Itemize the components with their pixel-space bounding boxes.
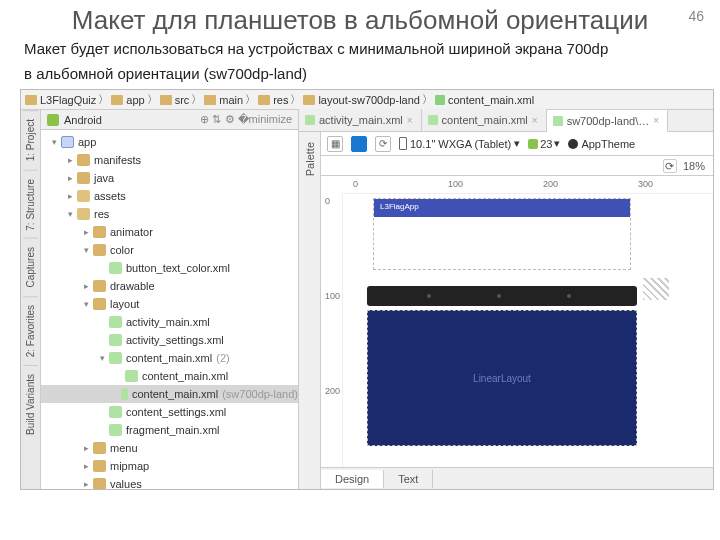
module-icon bbox=[61, 136, 74, 148]
breadcrumb-item[interactable]: layout-sw700dp-land bbox=[303, 94, 420, 106]
xml-icon bbox=[109, 406, 122, 418]
tree-node-label: button_text_color.xml bbox=[126, 262, 230, 274]
xml-icon bbox=[121, 388, 128, 400]
project-header-actions[interactable]: ⊕ ⇅ ⚙ �minimize bbox=[200, 113, 292, 126]
design-toolbar: ▦ ⟳ 10.1" WXGA (Tablet) ▾ 23 ▾ bbox=[321, 132, 713, 156]
tree-node-label: app bbox=[78, 136, 96, 148]
close-icon[interactable]: × bbox=[532, 115, 538, 126]
breadcrumb-item[interactable]: res bbox=[258, 94, 288, 106]
breadcrumb[interactable]: L3FlagQuiz〉app〉src〉main〉res〉layout-sw700… bbox=[21, 90, 713, 110]
tree-node-suffix: (sw700dp-land) bbox=[222, 388, 298, 400]
palette-pane[interactable]: Palette bbox=[299, 132, 321, 489]
folder-icon bbox=[93, 226, 106, 238]
close-icon[interactable]: × bbox=[407, 115, 413, 126]
tree-node[interactable]: ▸drawable bbox=[41, 277, 298, 295]
breadcrumb-item[interactable]: src bbox=[160, 94, 190, 106]
project-view-label: Android bbox=[64, 114, 102, 126]
device-label: 10.1" WXGA (Tablet) bbox=[410, 138, 511, 150]
editor-tab[interactable]: content_main.xml× bbox=[422, 109, 547, 131]
tree-node[interactable]: ▾content_main.xml(2) bbox=[41, 349, 298, 367]
tree-node[interactable]: ▸assets bbox=[41, 187, 298, 205]
tree-node[interactable]: content_main.xml(sw700dp-land) bbox=[41, 385, 298, 403]
tab-text[interactable]: Text bbox=[384, 470, 433, 488]
tree-twisty-icon[interactable]: ▸ bbox=[81, 461, 91, 471]
preview-linear-layout[interactable]: LinearLayout bbox=[367, 310, 637, 446]
resize-handle-icon[interactable] bbox=[643, 278, 669, 300]
tab-structure[interactable]: 7: Structure bbox=[23, 170, 38, 239]
preview-appbar-frame[interactable]: L3FlagApp bbox=[373, 198, 631, 270]
xml-icon bbox=[109, 262, 122, 274]
breadcrumb-item[interactable]: L3FlagQuiz bbox=[25, 94, 96, 106]
ruler-vertical: 0100200 bbox=[321, 194, 343, 467]
tab-favorites[interactable]: 2: Favorites bbox=[23, 296, 38, 365]
tree-twisty-icon[interactable]: ▸ bbox=[81, 281, 91, 291]
tree-node[interactable]: activity_main.xml bbox=[41, 313, 298, 331]
device-icon bbox=[399, 137, 407, 150]
tree-node[interactable]: ▾color bbox=[41, 241, 298, 259]
android-icon bbox=[47, 114, 59, 126]
tree-twisty-icon[interactable]: ▾ bbox=[97, 353, 107, 363]
tree-twisty-icon[interactable]: ▸ bbox=[81, 227, 91, 237]
breadcrumb-item[interactable]: app bbox=[111, 94, 144, 106]
tree-node[interactable]: ▸mipmap bbox=[41, 457, 298, 475]
tab-captures[interactable]: Captures bbox=[23, 238, 38, 296]
api-selector[interactable]: 23 ▾ bbox=[528, 137, 560, 150]
editor-tabs: activity_main.xml×content_main.xml×sw700… bbox=[299, 110, 713, 132]
tree-node[interactable]: ▸menu bbox=[41, 439, 298, 457]
folder-icon bbox=[25, 95, 37, 105]
preview-device-frame bbox=[367, 286, 637, 306]
palette-label: Palette bbox=[302, 132, 318, 186]
tree-node[interactable]: activity_settings.xml bbox=[41, 331, 298, 349]
blueprint-icon[interactable] bbox=[351, 136, 367, 152]
breadcrumb-item[interactable]: main bbox=[204, 94, 243, 106]
project-tree[interactable]: ▾app▸manifests▸java▸assets▾res▸animator▾… bbox=[41, 130, 298, 489]
tree-node[interactable]: fragment_main.xml bbox=[41, 421, 298, 439]
project-view-selector[interactable]: Android ⊕ ⇅ ⚙ �minimize bbox=[41, 110, 298, 130]
tree-twisty-icon[interactable]: ▸ bbox=[81, 443, 91, 453]
tab-project[interactable]: 1: Project bbox=[23, 110, 38, 169]
tab-build-variants[interactable]: Build Variants bbox=[23, 365, 38, 443]
tree-twisty-icon[interactable]: ▸ bbox=[81, 479, 91, 489]
tree-node[interactable]: ▸java bbox=[41, 169, 298, 187]
tree-node[interactable]: ▾res bbox=[41, 205, 298, 223]
tree-node[interactable]: ▸values bbox=[41, 475, 298, 489]
api-label: 23 bbox=[540, 138, 552, 150]
folder-res-icon bbox=[77, 190, 90, 202]
design-surface[interactable]: L3FlagApp LinearLayout bbox=[343, 194, 713, 467]
refresh-icon[interactable]: ⟳ bbox=[663, 159, 677, 173]
tree-twisty-icon[interactable]: ▾ bbox=[81, 299, 91, 309]
tree-node[interactable]: content_settings.xml bbox=[41, 403, 298, 421]
orientation-icon[interactable]: ⟳ bbox=[375, 136, 391, 152]
editor-tab[interactable]: sw700dp-land\…× bbox=[547, 110, 668, 132]
xml-icon bbox=[109, 352, 122, 364]
device-selector[interactable]: 10.1" WXGA (Tablet) ▾ bbox=[399, 137, 520, 150]
folder-icon bbox=[258, 95, 270, 105]
theme-selector[interactable]: AppTheme bbox=[568, 138, 635, 150]
tree-twisty-icon[interactable]: ▸ bbox=[65, 173, 75, 183]
xml-icon bbox=[109, 316, 122, 328]
theme-icon bbox=[568, 139, 578, 149]
tree-node[interactable]: content_main.xml bbox=[41, 367, 298, 385]
tree-node[interactable]: ▸animator bbox=[41, 223, 298, 241]
tree-twisty-icon[interactable]: ▸ bbox=[65, 155, 75, 165]
ruler-horizontal: 0100200300 bbox=[343, 176, 713, 194]
tree-node[interactable]: ▸manifests bbox=[41, 151, 298, 169]
tree-node[interactable]: ▾app bbox=[41, 133, 298, 151]
tree-twisty-icon[interactable]: ▾ bbox=[65, 209, 75, 219]
tree-twisty-icon[interactable]: ▾ bbox=[49, 137, 59, 147]
tree-node[interactable]: ▾layout bbox=[41, 295, 298, 313]
tree-twisty-icon[interactable]: ▾ bbox=[81, 245, 91, 255]
tree-node-label: content_main.xml bbox=[126, 352, 212, 364]
tree-node[interactable]: button_text_color.xml bbox=[41, 259, 298, 277]
editor-tab[interactable]: activity_main.xml× bbox=[299, 109, 422, 131]
breadcrumb-item[interactable]: content_main.xml bbox=[435, 94, 534, 106]
zoom-value[interactable]: 18% bbox=[683, 160, 705, 172]
view-mode-icon[interactable]: ▦ bbox=[327, 136, 343, 152]
folder-icon bbox=[93, 460, 106, 472]
tree-twisty-icon[interactable]: ▸ bbox=[65, 191, 75, 201]
xml-icon bbox=[109, 334, 122, 346]
close-icon[interactable]: × bbox=[653, 115, 659, 126]
folder-icon bbox=[93, 442, 106, 454]
xml-file-icon bbox=[435, 95, 445, 105]
tab-design[interactable]: Design bbox=[321, 470, 384, 488]
